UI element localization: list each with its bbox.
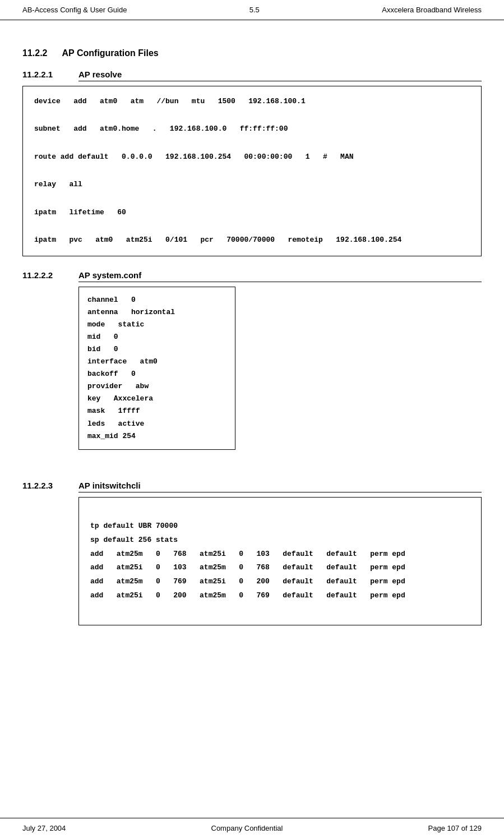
code-line: relay all: [34, 178, 470, 192]
code-line: mode static: [87, 319, 226, 331]
code-line: antenna horizontal: [87, 306, 226, 319]
code-line: sp default 256 stats: [90, 533, 470, 547]
code-line: route add default 0.0.0.0 192.168.100.25…: [34, 150, 470, 164]
code-line: channel 0: [87, 294, 226, 306]
code-line: subnet add atm0.home . 192.168.100.0 ff:…: [34, 122, 470, 136]
code-line: [34, 192, 470, 206]
code-line: mask 1ffff: [87, 405, 226, 417]
section-number: 11.2.2: [22, 48, 47, 58]
header-right: Axxcelera Broadband Wireless: [382, 6, 482, 14]
section-title: 11.2.2 AP Configuration Files: [22, 48, 482, 58]
section-heading: AP Configuration Files: [62, 48, 159, 58]
code-block-resolve: device add atm0 atm //bun mtu 1500 192.1…: [22, 86, 482, 256]
code-line: provider abw: [87, 380, 226, 393]
code-line: [34, 219, 470, 233]
header-center: 5.5: [249, 6, 260, 14]
page-header: AB-Access Config & User Guide 5.5 Axxcel…: [0, 0, 504, 20]
subsection-number-2: 11.2.2.2: [22, 270, 78, 280]
code-line: device add atm0 atm //bun mtu 1500 192.1…: [34, 95, 470, 109]
subsection-title-3: AP initswitchcli: [78, 481, 482, 492]
code-line: add atm25i 0 200 atm25m 0 769 default de…: [90, 589, 470, 603]
code-line: mid 0: [87, 331, 226, 343]
subsection-11-2-2-2: 11.2.2.2 AP system.conf channel 0 antenn…: [22, 270, 482, 464]
code-line: add atm25i 0 103 atm25m 0 768 default de…: [90, 561, 470, 575]
section-11-2-2: 11.2.2 AP Configuration Files 11.2.2.1 A…: [22, 48, 482, 625]
code-line: [34, 136, 470, 150]
subsection-number-1: 11.2.2.1: [22, 70, 78, 79]
code-line: ipatm lifetime 60: [34, 206, 470, 220]
code-line: backoff 0: [87, 368, 226, 380]
code-line: interface atm0: [87, 356, 226, 368]
subsection-11-2-2-1: 11.2.2.1 AP resolve device add atm0 atm …: [22, 70, 482, 256]
code-line: bid 0: [87, 343, 226, 356]
footer-left: July 27, 2004: [22, 824, 66, 832]
subsection-11-2-2-3: 11.2.2.3 AP initswitchcli tp default UBR…: [22, 481, 482, 626]
page-footer: July 27, 2004 Company Confidential Page …: [0, 818, 504, 838]
code-line: tp default UBR 70000: [90, 519, 470, 533]
code-line: max_mid 254: [87, 430, 226, 443]
subsection-number-3: 11.2.2.3: [22, 481, 78, 490]
code-line: [34, 109, 470, 123]
main-content: 11.2.2 AP Configuration Files 11.2.2.1 A…: [0, 20, 504, 673]
subsection-title-1: AP resolve: [78, 70, 482, 81]
code-line: [34, 164, 470, 178]
footer-right: Page 107 of 129: [428, 824, 482, 832]
subsection-title-2: AP system.conf: [78, 270, 482, 282]
code-block-initswitchcli: tp default UBR 70000 sp default 256 stat…: [78, 497, 482, 626]
code-line: key Axxcelera: [87, 393, 226, 405]
code-line: add atm25m 0 768 atm25i 0 103 default de…: [90, 547, 470, 561]
code-line: add atm25m 0 769 atm25i 0 200 default de…: [90, 575, 470, 589]
subsection-2-indent: channel 0 antenna horizontal mode static…: [78, 287, 482, 464]
code-line: ipatm pvc atm0 atm25i 0/101 pcr 70000/70…: [34, 233, 470, 247]
subsection-header-1: 11.2.2.1 AP resolve: [22, 70, 482, 81]
code-block-sysconf: channel 0 antenna horizontal mode static…: [78, 287, 235, 450]
subsection-3-indent: tp default UBR 70000 sp default 256 stat…: [78, 497, 482, 626]
subsection-header-3: 11.2.2.3 AP initswitchcli: [22, 481, 482, 492]
header-left: AB-Access Config & User Guide: [22, 6, 127, 14]
code-line: leds active: [87, 418, 226, 430]
code-line: [90, 603, 470, 617]
code-line: [90, 506, 470, 520]
footer-center: Company Confidential: [211, 824, 283, 832]
subsection-header-2: 11.2.2.2 AP system.conf: [22, 270, 482, 282]
